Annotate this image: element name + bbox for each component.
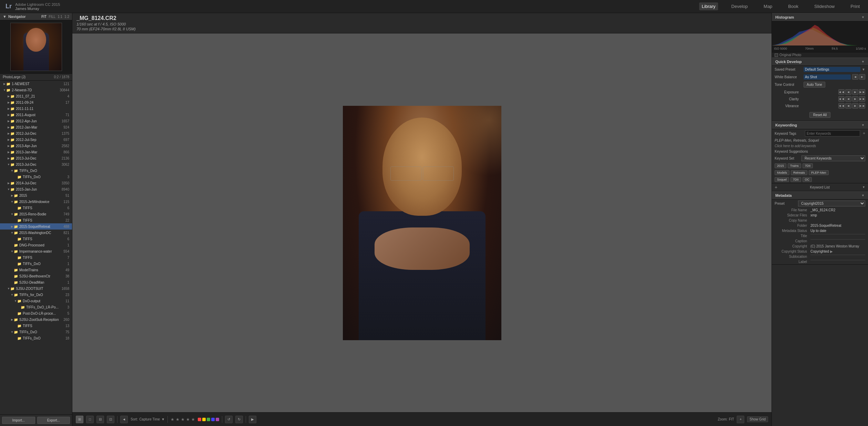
keyword-7dii[interactable]: 7DII [803,163,813,168]
folder-item[interactable]: ▶ 📁 2012-Jul-Dec 1375 [0,130,72,136]
flag-purple[interactable] [216,418,219,421]
survey-view-btn[interactable]: ⊡ [107,416,114,423]
folder-item[interactable]: 📁 TIFFS 13 [0,323,72,329]
folder-item[interactable]: 📁 TIFFS 6 [0,236,72,242]
flag-green[interactable] [207,418,210,421]
star-4[interactable]: ★ [186,417,190,422]
folder-item[interactable]: ▼ 📁 TIFFs_DxO [0,168,72,174]
zoom-value[interactable]: FIT [729,417,734,421]
meta-title-value[interactable] [810,234,865,234]
folder-item[interactable]: 📁 SJSU-BeethovenCtr 38 [0,273,72,279]
keyword-set-dropdown[interactable]: Recent Keywords [801,155,865,161]
folder-item[interactable]: 📁 DNG-Processed 1 [0,242,72,248]
prev-image-btn[interactable]: ◄ [120,416,128,423]
keyword-trains[interactable]: Trains [788,163,801,168]
folder-item[interactable]: ▼ 📁 DxO-output 11 [0,298,72,304]
folder-item[interactable]: ▼ 📁 SJSU-ZOOTSUIT 1658 [0,285,72,292]
vibrance-up[interactable]: ► [852,103,858,109]
folder-item[interactable]: ▶ 📁 SJSU-ZootSuit-Reception 260 [0,316,72,323]
flag-blue[interactable] [211,418,215,421]
compare-view-btn[interactable]: ⊟ [96,416,104,423]
folder-item[interactable]: ▼ 📁 TIFFs_DxO 75 [0,329,72,335]
nav-1to1-btn[interactable]: 1:1 [58,15,62,19]
folder-item[interactable]: ▼ 📁 2015-Jan-Jun 8940 [0,186,72,192]
meta-sublocation-value[interactable] [810,255,865,255]
folder-item[interactable]: ▼ 📁 2-Newest-7D 30844 [0,87,72,93]
meta-caption-value[interactable] [810,239,865,240]
folder-item[interactable]: ▶ 📁 2011-August 71 [0,112,72,118]
folder-item[interactable]: ▼ 📁 2015-WashingtonDC 821 [0,230,72,236]
folder-item-soquel[interactable]: ▶ 📁 2015-SoquelRetreat 488 [0,223,72,230]
nav-develop[interactable]: Develop [728,2,750,10]
vibrance-down[interactable]: ◄ [845,103,851,109]
folder-item[interactable]: ▶ 📁 2011_07_21 4 [0,93,72,99]
star-3[interactable]: ★ [181,417,185,422]
nav-book[interactable]: Book [785,2,801,10]
nav-map[interactable]: Map [761,2,775,10]
meta-label-value[interactable] [810,260,865,260]
folder-item[interactable]: ▶ 📁 2012-Jul-Sep 697 [0,136,72,143]
vibrance-down-large[interactable]: ◄◄ [838,103,845,109]
keyword-list-collapse[interactable]: ▼ [862,185,865,189]
flag-yellow[interactable] [202,418,206,421]
keyword-tags-input[interactable] [805,130,860,136]
folder-item[interactable]: 📁 SJSU-DeadMan 1 [0,279,72,285]
nav-slideshow[interactable]: Slideshow [811,2,837,10]
keywording-header[interactable]: Keywording ▼ [772,121,868,129]
keyword-soquel[interactable]: Soquel [775,177,789,182]
nav-1to2-btn[interactable]: 1:2 [64,15,69,19]
clarity-down[interactable]: ◄ [845,96,851,102]
star-2[interactable]: ★ [176,417,180,422]
wb-next-btn[interactable]: ► [859,74,865,80]
star-5[interactable]: ★ [191,417,195,422]
folder-item[interactable]: 📁 TIFFS 6 [0,205,72,211]
saved-preset-value[interactable]: Default Settings [804,67,860,72]
saved-preset-arrow[interactable]: ▼ [862,68,865,71]
exposure-up[interactable]: ► [852,89,858,95]
keyword-plep-men[interactable]: PLEP-Men [809,170,829,175]
export-button[interactable]: Export... [37,417,70,424]
clarity-up-large[interactable]: ►► [859,96,865,102]
exposure-down-large[interactable]: ◄◄ [838,89,845,95]
folder-item[interactable]: 📁 ModelTrains 49 [0,267,72,273]
auto-tone-button[interactable]: Auto Tone [804,82,825,88]
folder-item[interactable]: 📁 TIFFs_DxO 18 [0,335,72,341]
folder-item[interactable]: ▶ 📁 2013-Jan-Mar 866 [0,149,72,155]
folder-list[interactable]: ▶ 📁 1-NEWEST 121 ▼ 📁 2-Newest-7D 30844 ▶… [0,81,72,414]
zoom-in-btn[interactable]: + [737,416,744,423]
folder-item[interactable]: 📁 TIFFS 7 [0,254,72,261]
clarity-up[interactable]: ► [852,96,858,102]
folder-item[interactable]: ▶ 📁 2011-11-11 [0,105,72,112]
keyword-models[interactable]: Models [775,170,789,175]
star-1[interactable]: ★ [171,417,174,422]
nav-fill-btn[interactable]: FILL [49,15,55,19]
metadata-preset-dropdown[interactable]: Copyright2015 [798,201,865,206]
clarity-down-large[interactable]: ◄◄ [838,96,845,102]
metadata-header[interactable]: Metadata ▼ [772,191,868,200]
vibrance-up-large[interactable]: ►► [859,103,865,109]
rotate-left-btn[interactable]: ↺ [225,416,233,423]
keyword-plus-btn[interactable]: + [775,184,777,190]
nav-fit-btn[interactable]: FIT [41,15,47,19]
folder-item[interactable]: ▼ 📁 2013-Jul-Dec 3062 [0,161,72,168]
flag-red[interactable] [198,418,201,421]
folder-item[interactable]: ▼ 📁 2015-Reno-Bodie 749 [0,211,72,217]
folder-item[interactable]: ▶ 📁 2015 51 [0,192,72,199]
import-button[interactable]: Import... [2,417,35,424]
keyword-2015[interactable]: 2015 [775,163,786,168]
folder-item[interactable]: ▼ 📁 Impermanance-water 554 [0,248,72,254]
keyword-retreats[interactable]: Retreats [791,170,807,175]
exposure-down[interactable]: ◄ [845,89,851,95]
keyword-plus-icon[interactable]: + [863,131,865,136]
nav-library[interactable]: Library [699,2,718,10]
folder-item[interactable]: 📁 TIFFs_DxO_LR-Po... 3 [0,304,72,310]
folder-item[interactable]: ▶ 📁 2012-Jan-Mar 924 [0,124,72,130]
reset-all-button[interactable]: Reset All [809,112,830,118]
show-grid-button[interactable]: Show Grid [747,416,768,422]
histogram-section-header[interactable]: Histogram ▼ [772,13,868,21]
folder-item[interactable]: 📁 TIFFs_DxO 3 [0,174,72,180]
keyword-7dii-2[interactable]: 7DII [790,177,801,182]
grid-view-btn[interactable]: ⊞ [76,416,83,423]
white-balance-value[interactable]: As Shot [804,74,851,80]
nav-print[interactable]: Print [848,2,862,10]
